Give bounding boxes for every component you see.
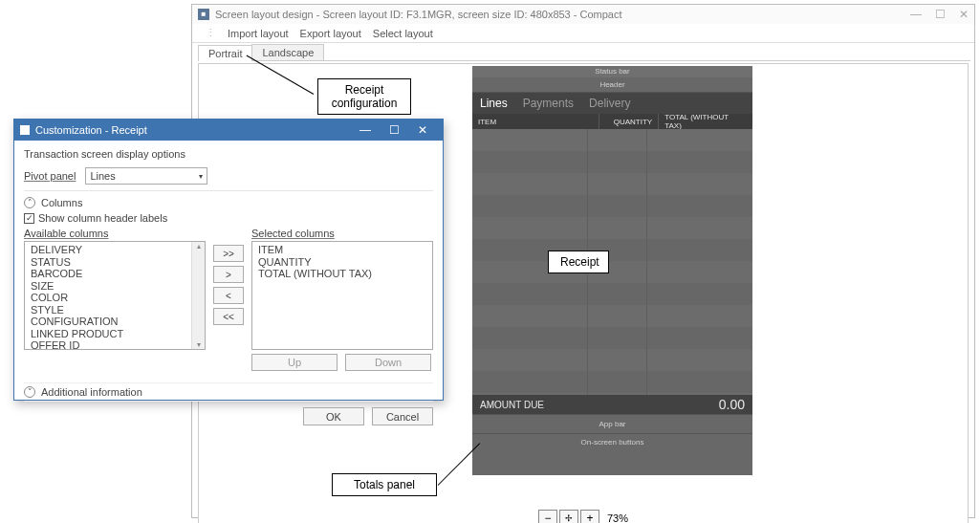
zoom-out-button[interactable]: − xyxy=(538,510,557,523)
dialog-minimize-icon[interactable]: — xyxy=(351,123,380,137)
minimize-icon[interactable]: — xyxy=(910,8,922,21)
chevron-up-icon: ˄ xyxy=(24,197,35,208)
col-total: TOTAL (WITHOUT TAX) xyxy=(659,114,752,129)
chevron-down-icon: ˅ xyxy=(24,386,35,398)
tab-landscape[interactable]: Landscape xyxy=(251,44,324,60)
dialog-close-icon[interactable]: ✕ xyxy=(408,123,437,137)
available-columns-list[interactable]: DELIVERY STATUS BARCODE SIZE COLOR STYLE… xyxy=(24,241,206,350)
preview-tabs: Lines Payments Delivery xyxy=(472,93,752,114)
show-labels-checkbox[interactable]: ✓ xyxy=(24,213,34,224)
callout-receipt: Receipt xyxy=(548,251,609,273)
callout-receipt-config: Receiptconfiguration xyxy=(317,78,411,115)
pivot-value: Lines xyxy=(90,170,115,182)
total-label: AMOUNT DUE xyxy=(480,400,544,410)
move-all-right-button[interactable]: >> xyxy=(213,245,244,262)
zoom-value: 73% xyxy=(607,512,628,523)
scrollbar[interactable]: ▴▾ xyxy=(191,242,205,349)
tab-portrait[interactable]: Portrait xyxy=(198,45,252,61)
app-icon: ■ xyxy=(198,9,209,20)
chevron-down-icon: ▾ xyxy=(199,172,203,181)
dialog-icon xyxy=(20,125,30,135)
columns-expander[interactable]: ˄ Columns xyxy=(24,197,433,208)
down-button[interactable]: Down xyxy=(345,354,431,371)
customization-dialog: Customization - Receipt — ☐ ✕ Transactio… xyxy=(13,119,444,401)
col-item: ITEM xyxy=(472,114,599,129)
dialog-heading: Transaction screen display options xyxy=(24,148,433,160)
dialog-title: Customization - Receipt xyxy=(35,124,147,136)
col-quantity: QUANTITY xyxy=(599,114,659,129)
dialog-titlebar: Customization - Receipt — ☐ ✕ xyxy=(14,120,443,141)
selected-label: Selected columns xyxy=(251,228,433,239)
preview-rows xyxy=(472,129,752,395)
preview-column-headers: ITEM QUANTITY TOTAL (WITHOUT TAX) xyxy=(472,114,752,129)
close-icon[interactable]: ✕ xyxy=(959,8,969,21)
preview-header: Header xyxy=(472,77,752,93)
preview-tab-delivery[interactable]: Delivery xyxy=(589,97,630,110)
total-value: 0.00 xyxy=(719,397,745,412)
zoom-in-button[interactable]: + xyxy=(580,510,599,523)
preview-totals-panel[interactable]: AMOUNT DUE 0.00 xyxy=(472,395,752,414)
move-right-button[interactable]: > xyxy=(213,266,244,283)
menubar: ⋮ Import layout Export layout Select lay… xyxy=(192,24,974,43)
zoom-fit-button[interactable]: ✢ xyxy=(559,510,578,523)
preview-onscreen-buttons: On-screen buttons xyxy=(472,433,752,475)
pivot-label: Pivot panel xyxy=(24,170,76,182)
show-labels-text: Show column header labels xyxy=(38,212,167,224)
titlebar: ■ Screen layout design - Screen layout I… xyxy=(192,5,974,24)
preview-statusbar: Status bar xyxy=(472,66,752,77)
menu-import[interactable]: Import layout xyxy=(228,28,289,39)
maximize-icon[interactable]: ☐ xyxy=(935,8,946,21)
menu-grip-icon: ⋮ xyxy=(206,27,216,39)
cancel-button[interactable]: Cancel xyxy=(372,407,433,425)
move-all-left-button[interactable]: << xyxy=(213,308,244,325)
selected-columns-list[interactable]: ITEM QUANTITY TOTAL (WITHOUT TAX) xyxy=(251,241,433,350)
zoom-controls: − ✢ + 73% xyxy=(199,510,968,523)
available-label: Available columns xyxy=(24,228,206,239)
preview-tab-payments[interactable]: Payments xyxy=(523,97,574,110)
additional-info-expander[interactable]: ˅ Additional information xyxy=(24,382,433,402)
window-title: Screen layout design - Screen layout ID:… xyxy=(215,9,622,20)
pivot-panel-select[interactable]: Lines ▾ xyxy=(85,167,207,185)
preview-appbar: App bar xyxy=(472,414,752,433)
up-button[interactable]: Up xyxy=(251,354,338,371)
dialog-maximize-icon[interactable]: ☐ xyxy=(380,123,408,137)
menu-select[interactable]: Select layout xyxy=(373,28,433,39)
tabstrip: Portrait Landscape xyxy=(198,44,970,61)
preview-tab-lines[interactable]: Lines xyxy=(480,97,508,110)
ok-button[interactable]: OK xyxy=(303,407,364,425)
receipt-preview[interactable]: Status bar Header Lines Payments Deliver… xyxy=(472,66,752,475)
callout-totals: Totals panel xyxy=(332,473,437,496)
move-left-button[interactable]: < xyxy=(213,287,244,304)
menu-export[interactable]: Export layout xyxy=(300,28,361,39)
